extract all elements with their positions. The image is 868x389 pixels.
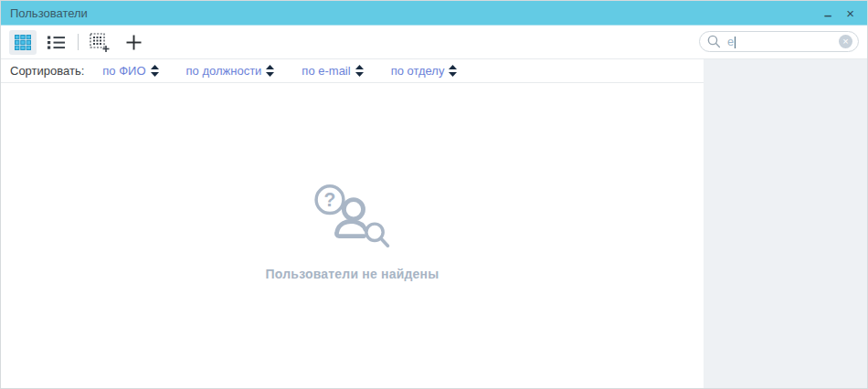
sort-link-label: по должности — [186, 64, 262, 78]
main-area: Сортировать: по ФИО по должности по e-ma… — [1, 58, 867, 388]
empty-state: ? Пользователи не найдены — [1, 179, 704, 281]
user-not-found-icon: ? — [307, 179, 398, 252]
sort-by-name[interactable]: по ФИО — [102, 64, 158, 78]
sort-by-department[interactable]: по отделу — [391, 64, 458, 78]
sort-arrows-icon — [355, 65, 364, 77]
add-group-button[interactable] — [86, 30, 113, 55]
toolbar: × — [1, 26, 867, 58]
plus-icon — [126, 35, 142, 50]
users-window: Пользователи – × — [0, 0, 868, 389]
list-view-button[interactable] — [43, 30, 70, 55]
window-title: Пользователи — [10, 6, 88, 20]
sort-arrows-icon — [449, 65, 457, 77]
search-box[interactable]: × — [699, 31, 859, 52]
list-view-icon — [48, 35, 66, 50]
close-button[interactable]: × — [846, 6, 854, 20]
svg-text:?: ? — [323, 189, 335, 210]
sort-link-label: по e-mail — [302, 64, 350, 78]
sort-arrows-icon — [266, 65, 274, 77]
sort-arrows-icon — [151, 65, 159, 77]
search-input[interactable] — [727, 35, 839, 48]
clear-search-button[interactable]: × — [839, 35, 852, 48]
sort-label: Сортировать: — [10, 64, 84, 78]
sort-link-label: по отделу — [391, 64, 445, 78]
details-panel — [704, 59, 867, 388]
add-user-button[interactable] — [120, 30, 147, 55]
text-caret — [735, 37, 736, 48]
sort-by-position[interactable]: по должности — [186, 64, 275, 78]
grid-view-icon — [15, 35, 31, 50]
grid-view-button[interactable] — [9, 30, 37, 55]
titlebar: Пользователи – × — [1, 1, 867, 26]
sort-bar: Сортировать: по ФИО по должности по e-ma… — [1, 59, 704, 83]
content-area: Сортировать: по ФИО по должности по e-ma… — [1, 59, 704, 388]
minimize-button[interactable]: – — [824, 8, 831, 22]
toolbar-separator — [78, 34, 79, 50]
sort-link-label: по ФИО — [102, 64, 145, 78]
search-icon — [707, 35, 721, 48]
empty-state-message: Пользователи не найдены — [266, 267, 439, 281]
sort-by-email[interactable]: по e-mail — [302, 64, 363, 78]
add-group-icon — [90, 33, 111, 52]
window-controls: – × — [824, 6, 854, 20]
